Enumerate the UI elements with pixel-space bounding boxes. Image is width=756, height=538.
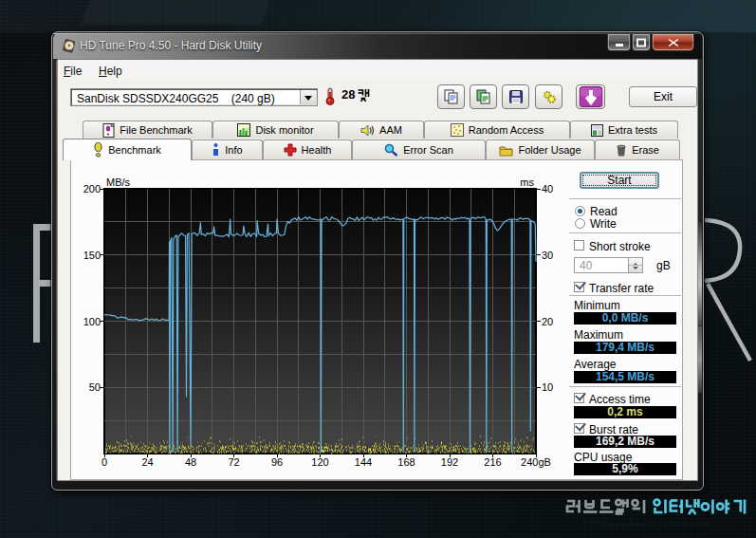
svg-text:20: 20 [542, 316, 553, 327]
svg-text:24: 24 [141, 456, 153, 468]
svg-text:10: 10 [542, 381, 553, 393]
svg-text:40: 40 [542, 183, 553, 195]
svg-text:96: 96 [271, 456, 283, 468]
svg-text:240gB: 240gB [521, 456, 551, 468]
svg-text:0: 0 [101, 456, 107, 468]
svg-text:168: 168 [397, 456, 415, 468]
svg-text:150: 150 [83, 250, 101, 261]
svg-text:144: 144 [355, 456, 372, 468]
svg-text:MB/s: MB/s [106, 176, 131, 188]
svg-text:ʰᵗᵗᵖ⁚⁄⁄lovedweb.tistory.com: ʰᵗᵗᵖ⁚⁄⁄lovedweb.tistory.com [583, 519, 711, 529]
svg-text:216: 216 [484, 456, 501, 468]
svg-text:48: 48 [185, 456, 196, 468]
svg-text:200: 200 [83, 183, 101, 195]
svg-text:100: 100 [83, 316, 101, 327]
svg-text:30: 30 [542, 250, 553, 261]
svg-text:192: 192 [441, 456, 458, 468]
svg-text:120: 120 [311, 456, 328, 468]
svg-text:50: 50 [89, 381, 101, 393]
svg-text:72: 72 [228, 456, 239, 468]
svg-text:ms: ms [520, 176, 534, 188]
